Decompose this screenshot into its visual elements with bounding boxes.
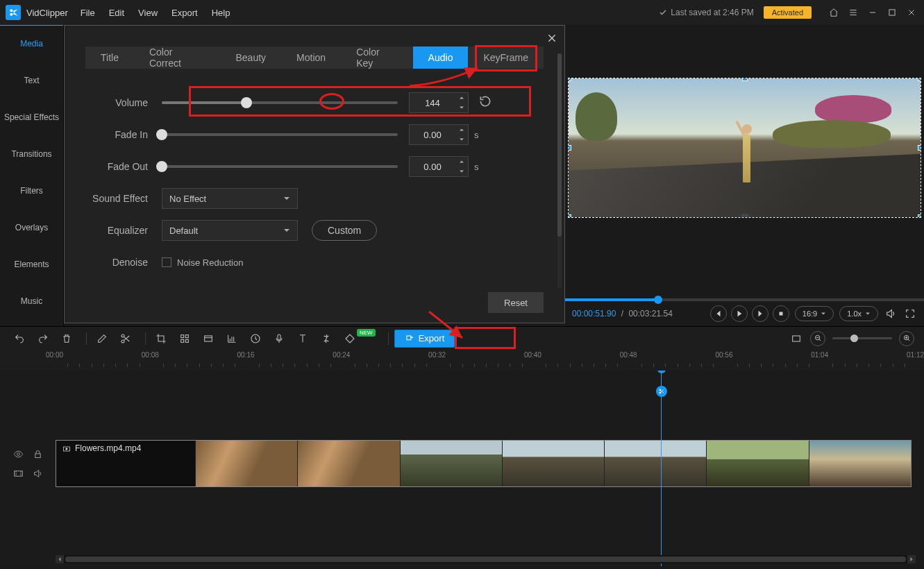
aspect-select[interactable]: 16:9 — [795, 306, 834, 321]
sidebar-item-special-effects[interactable]: Special Effects — [0, 99, 63, 135]
fullscreen-icon[interactable] — [903, 307, 917, 321]
stats-icon[interactable] — [222, 329, 242, 348]
zoom-out-icon[interactable] — [810, 331, 825, 346]
panel-tabs: Title Color Correct Beauty Motion Color … — [85, 46, 544, 69]
track-lock-icon[interactable] — [30, 446, 45, 461]
maximize-icon[interactable] — [885, 6, 899, 19]
crop-icon[interactable] — [151, 329, 171, 348]
noise-reduction-checkbox[interactable] — [162, 257, 171, 267]
prev-frame-icon[interactable] — [710, 305, 727, 322]
tool-misc-icon[interactable] — [317, 329, 336, 348]
next-frame-icon[interactable] — [752, 305, 768, 322]
tab-title[interactable]: Title — [85, 46, 134, 69]
sidebar-item-media[interactable]: Media — [0, 25, 63, 62]
timeline-playhead[interactable] — [661, 371, 662, 566]
audio-panel: Title Color Correct Beauty Motion Color … — [64, 25, 565, 323]
denoise-row: Denoise Noise Reduction — [85, 246, 544, 278]
fade-in-step-down-icon[interactable] — [455, 135, 468, 144]
volume-input[interactable]: 144 — [409, 92, 469, 113]
speed-select[interactable]: 1.0x — [839, 306, 878, 321]
panel-close-icon[interactable] — [546, 33, 557, 46]
sidebar: Media Text Special Effects Transitions F… — [0, 25, 64, 326]
undo-icon[interactable] — [10, 329, 29, 348]
svg-rect-7 — [185, 334, 188, 337]
tab-beauty[interactable]: Beauty — [221, 46, 282, 69]
fade-out-step-up-icon[interactable] — [455, 157, 468, 167]
panel-reset-button[interactable]: Reset — [488, 292, 544, 313]
fade-out-slider[interactable] — [162, 165, 398, 168]
voiceover-icon[interactable] — [269, 329, 289, 348]
playhead-split-icon[interactable] — [656, 386, 667, 397]
tab-motion[interactable]: Motion — [281, 46, 341, 69]
fade-in-step-up-icon[interactable] — [455, 125, 468, 135]
play-icon[interactable] — [731, 305, 748, 322]
fade-out-input[interactable]: 0.00 — [409, 156, 469, 177]
fade-out-unit: s — [474, 162, 479, 172]
volume-reset-icon[interactable] — [478, 94, 492, 111]
sidebar-item-filters[interactable]: Filters — [0, 172, 63, 209]
tab-color-correct[interactable]: Color Correct — [134, 46, 221, 69]
split-icon[interactable] — [116, 329, 135, 348]
timeline-ruler[interactable]: 00:0000:0800:1600:2400:3200:4000:4800:56… — [0, 350, 924, 371]
video-canvas[interactable] — [568, 78, 921, 218]
delete-icon[interactable] — [57, 329, 76, 348]
volume-step-down-icon[interactable] — [455, 103, 468, 112]
volume-icon[interactable] — [884, 307, 898, 321]
timeline-hscroll[interactable] — [56, 555, 916, 563]
volume-step-up-icon[interactable] — [455, 93, 468, 103]
timeline-clip[interactable]: Flowers.mp4.mp4 — [56, 440, 912, 487]
thumbnail-view-icon[interactable] — [787, 329, 806, 348]
svg-rect-8 — [181, 339, 184, 342]
home-icon[interactable] — [827, 6, 841, 19]
hamburger-icon[interactable] — [846, 6, 860, 19]
zoom-slider[interactable] — [832, 337, 892, 339]
track-visible-icon[interactable] — [10, 446, 26, 461]
tab-color-key[interactable]: Color Key — [341, 46, 412, 69]
fade-in-slider[interactable] — [162, 133, 398, 136]
ruler-tick: 00:00 — [46, 351, 63, 359]
sidebar-item-overlays[interactable]: Overlays — [0, 209, 63, 246]
freeze-icon[interactable] — [199, 329, 218, 348]
volume-slider[interactable] — [162, 101, 398, 104]
menu-view[interactable]: View — [138, 8, 158, 18]
menu-export[interactable]: Export — [171, 8, 198, 18]
equalizer-value: Default — [169, 226, 198, 236]
equalizer-custom-button[interactable]: Custom — [312, 220, 377, 241]
volume-value: 144 — [410, 98, 455, 108]
equalizer-select[interactable]: Default — [162, 220, 298, 241]
tab-audio[interactable]: Audio — [413, 46, 469, 69]
activated-badge[interactable]: Activated — [764, 6, 812, 19]
minimize-icon[interactable] — [866, 6, 880, 19]
zoom-in-icon[interactable] — [899, 331, 914, 346]
track-mute-icon[interactable] — [30, 466, 45, 481]
preview-pane: 00:00:51.90 / 00:03:21.54 16:9 1.0x — [565, 25, 924, 326]
redo-icon[interactable] — [33, 329, 53, 348]
menu-edit[interactable]: Edit — [109, 8, 124, 18]
scroll-left-icon[interactable] — [56, 555, 64, 563]
menu-file[interactable]: File — [81, 8, 95, 18]
menu-help[interactable]: Help — [212, 8, 230, 18]
stop-icon[interactable] — [773, 305, 789, 322]
export-button[interactable]: Export — [394, 330, 455, 348]
fade-in-input[interactable]: 0.00 — [409, 124, 469, 145]
duration-icon[interactable] — [246, 329, 265, 348]
text-to-speech-icon[interactable] — [293, 329, 312, 348]
sidebar-item-transitions[interactable]: Transitions — [0, 135, 63, 172]
sidebar-item-music[interactable]: Music — [0, 282, 63, 319]
mosaic-icon[interactable] — [175, 329, 194, 348]
tab-keyframe[interactable]: KeyFrame — [468, 46, 544, 69]
svg-rect-17 — [35, 453, 40, 457]
sound-effect-select[interactable]: No Effect — [162, 188, 298, 209]
panel-scrollbar[interactable] — [557, 53, 562, 288]
sidebar-item-text[interactable]: Text — [0, 62, 63, 99]
scroll-right-icon[interactable] — [907, 555, 916, 563]
fade-out-step-down-icon[interactable] — [455, 167, 468, 176]
scroll-thumb[interactable] — [65, 557, 906, 562]
close-icon[interactable] — [905, 6, 918, 19]
fade-in-unit: s — [474, 130, 479, 140]
equalizer-row: Equalizer Default Custom — [85, 214, 544, 246]
track-video-icon[interactable] — [10, 466, 26, 481]
volume-row: Volume 144 — [85, 87, 544, 119]
sidebar-item-elements[interactable]: Elements — [0, 246, 63, 282]
edit-icon[interactable] — [92, 329, 112, 348]
